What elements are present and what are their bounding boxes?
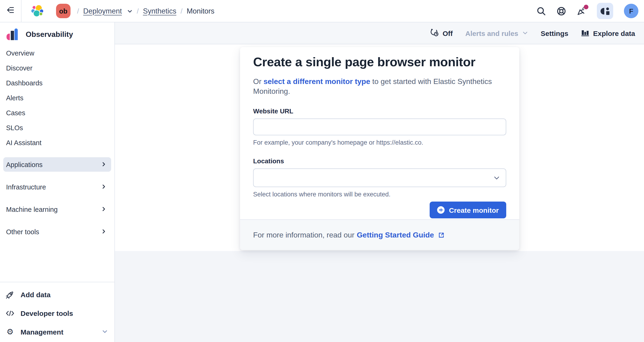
main-content: Off Alerts and rules Settings: [115, 22, 644, 342]
sidebar-group-machine-learning[interactable]: Machine learning: [3, 202, 111, 217]
external-link-icon: [438, 232, 445, 238]
sidebar-group-other-tools[interactable]: Other tools: [3, 224, 111, 239]
topbar-actions: F: [536, 3, 644, 19]
chevron-down-icon[interactable]: [127, 8, 133, 14]
website-url-label: Website URL: [253, 107, 506, 115]
time-refresh-icon: [430, 28, 439, 38]
top-navigation-bar: ob / Deployment / Synthetics / Monitors: [0, 0, 644, 22]
explore-data-button[interactable]: Explore data: [581, 28, 635, 38]
chevron-right-icon: [101, 161, 106, 168]
space-badge[interactable]: ob: [56, 4, 70, 18]
page-background-lower: [115, 251, 644, 342]
breadcrumb-monitors: Monitors: [187, 7, 214, 15]
locations-label: Locations: [253, 157, 506, 165]
getting-started-guide-link[interactable]: Getting Started Guide: [357, 231, 434, 239]
menu-collapse-icon: [6, 6, 14, 16]
bar-chart-icon: [581, 28, 589, 38]
search-icon[interactable]: [536, 6, 546, 16]
gear-icon: ⚙: [6, 327, 14, 336]
sidebar-item-ai-assistant[interactable]: AI Assistant: [0, 135, 114, 150]
sidebar-item-add-data[interactable]: Add data: [0, 285, 114, 304]
sidebar-item-discover[interactable]: Discover: [0, 61, 114, 76]
sidebar: Observability Overview Discover Dashboar…: [0, 22, 115, 342]
avatar[interactable]: F: [624, 4, 638, 18]
sidebar-item-management[interactable]: ⚙ Management: [0, 323, 114, 341]
sidebar-item-dashboards[interactable]: Dashboards: [0, 76, 114, 90]
sidebar-item-developer-tools[interactable]: Developer tools: [0, 304, 114, 323]
alerts-and-rules-menu[interactable]: Alerts and rules: [465, 29, 528, 37]
breadcrumb: / Deployment / Synthetics / Monitors: [77, 7, 214, 15]
create-monitor-card: Create a single page browser monitor Or …: [240, 47, 519, 250]
breadcrumb-separator: /: [180, 7, 182, 15]
elastic-logo[interactable]: [31, 4, 44, 17]
chevron-right-icon: [101, 183, 106, 191]
collapse-sidebar-button[interactable]: [0, 0, 22, 22]
sidebar-item-alerts[interactable]: Alerts: [0, 90, 114, 105]
observability-logo-icon: [6, 28, 19, 41]
help-icon[interactable]: [557, 6, 566, 16]
auto-refresh-button[interactable]: Off: [430, 28, 452, 38]
chevron-down-icon: [102, 328, 108, 336]
page-title: Create a single page browser monitor: [253, 55, 506, 70]
sidebar-footer: Add data Developer tools ⚙ Management: [0, 282, 114, 341]
page-toolbar: Off Alerts and rules Settings: [115, 22, 644, 44]
settings-button[interactable]: Settings: [541, 29, 568, 37]
sidebar-group-applications[interactable]: Applications: [3, 157, 111, 172]
code-icon: [6, 309, 14, 318]
news-icon[interactable]: [577, 6, 586, 16]
chevron-down-icon: [493, 175, 500, 183]
sidebar-item-slos[interactable]: SLOs: [0, 120, 114, 135]
sidebar-header: Observability: [0, 22, 114, 41]
app-root: ob / Deployment / Synthetics / Monitors: [0, 0, 644, 342]
apps-glyph: [600, 7, 610, 15]
sidebar-item-overview[interactable]: Overview: [0, 46, 114, 61]
sidebar-nav: Overview Discover Dashboards Alerts Case…: [0, 46, 114, 239]
locations-help-text: Select locations where monitors will be …: [253, 191, 506, 198]
chevron-down-icon: [522, 29, 528, 37]
create-monitor-button[interactable]: Create monitor: [430, 202, 506, 218]
sidebar-item-cases[interactable]: Cases: [0, 105, 114, 120]
notification-dot: [584, 4, 588, 9]
website-url-help-text: For example, your company's homepage or …: [253, 139, 506, 146]
rocket-icon: [6, 290, 14, 299]
breadcrumb-separator: /: [77, 7, 79, 15]
card-footer: For more information, read our Getting S…: [240, 219, 519, 250]
sidebar-group-infrastructure[interactable]: Infrastructure: [3, 180, 111, 194]
breadcrumb-synthetics[interactable]: Synthetics: [143, 7, 176, 15]
website-url-input[interactable]: [253, 118, 506, 135]
plus-circle-icon: [437, 206, 445, 214]
chevron-right-icon: [101, 228, 106, 235]
apps-icon[interactable]: [597, 3, 613, 19]
breadcrumb-deployment[interactable]: Deployment: [83, 7, 122, 15]
chevron-right-icon: [101, 206, 106, 213]
locations-select[interactable]: [253, 168, 506, 187]
select-different-monitor-type-link[interactable]: select a different monitor type: [264, 77, 370, 85]
breadcrumb-separator: /: [137, 7, 139, 15]
sidebar-title: Observability: [26, 30, 73, 39]
card-subtitle: Or select a different monitor type to ge…: [253, 76, 506, 96]
